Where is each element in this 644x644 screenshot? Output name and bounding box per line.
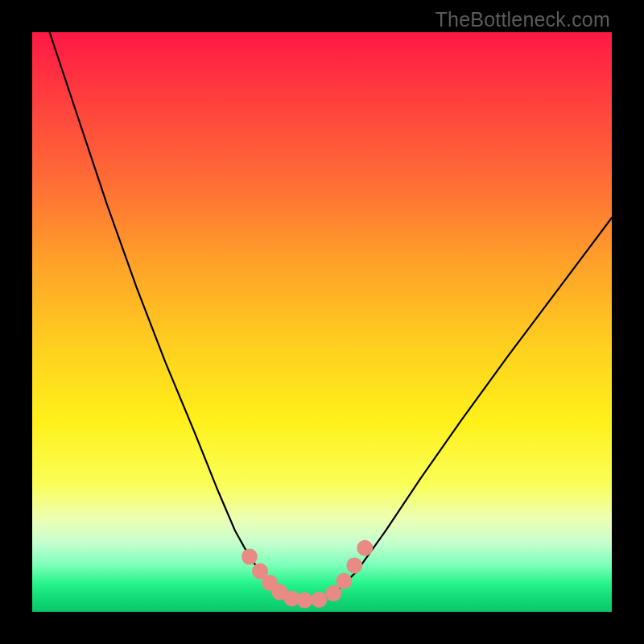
marker-dot bbox=[325, 585, 341, 601]
marker-dot bbox=[357, 540, 373, 556]
marker-dot bbox=[296, 592, 312, 609]
marker-dot bbox=[346, 557, 362, 573]
plot-area bbox=[32, 32, 612, 612]
bottleneck-curve bbox=[50, 32, 612, 601]
marker-dot bbox=[242, 549, 258, 565]
marker-dot bbox=[311, 592, 327, 608]
chart-frame: TheBottleneck.com bbox=[0, 0, 644, 644]
watermark-text: TheBottleneck.com bbox=[436, 8, 610, 31]
bottleneck-curve-path bbox=[50, 32, 612, 601]
curve-layer bbox=[32, 32, 612, 612]
marker-dot bbox=[336, 573, 352, 589]
